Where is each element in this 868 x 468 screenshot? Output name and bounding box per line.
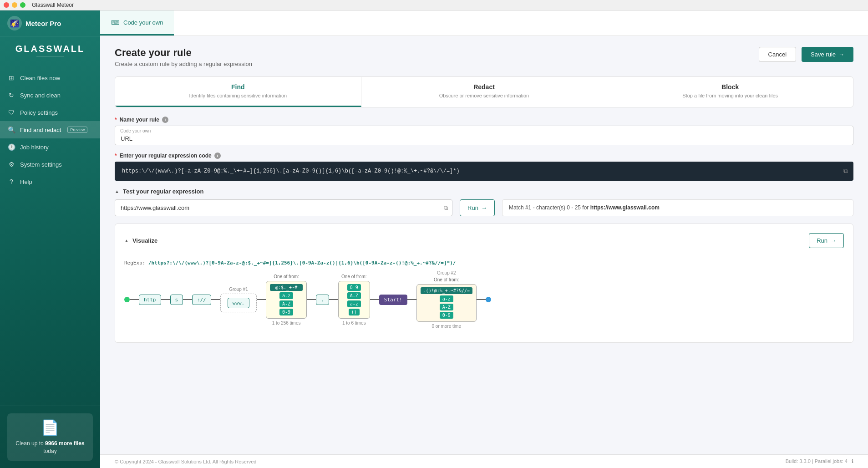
- match-validation: Match #1 - character(s) 0 - 25 for https…: [502, 199, 853, 216]
- footer-text: Clean up to 9966 more files today: [13, 440, 87, 455]
- visualize-collapse-header[interactable]: ▲ Visualize: [124, 237, 157, 244]
- visualize-run-button[interactable]: Run →: [809, 233, 844, 248]
- top-strip: ⌨ Code your own: [100, 10, 868, 36]
- copyright-text: © Copyright 2024 - Glasswall Solutions L…: [115, 459, 256, 464]
- one-of-box2: 0-9 A-Z a-z (): [338, 281, 370, 319]
- app-name: Meteor Pro: [25, 20, 61, 27]
- visualize-section: ▲ Visualize Run → RegExp: /https?:\/\/(w…: [115, 224, 853, 343]
- sidebar-item-policy-settings[interactable]: 🛡 Policy settings: [0, 104, 100, 121]
- sidebar-item-clean-files[interactable]: ⊞ Clean files now: [0, 69, 100, 86]
- name-info-icon[interactable]: i: [162, 117, 168, 123]
- sidebar-item-label: System settings: [20, 161, 62, 168]
- sidebar-item-system-settings[interactable]: ⚙ System settings: [0, 156, 100, 173]
- copy-test-icon[interactable]: ⧉: [444, 204, 448, 212]
- name-rule-section: * Name your rule i Code your own: [115, 117, 853, 145]
- tab-find[interactable]: Find Identify files containing sensitive…: [115, 77, 361, 107]
- visualize-panel: ▲ Visualize Run → RegExp: /https?:\/\/(w…: [115, 224, 853, 343]
- test-input-wrap: ⧉: [115, 199, 452, 216]
- chip2a: 0-9: [347, 284, 361, 291]
- app-logo-icon: 🌠: [7, 16, 22, 31]
- sidebar-item-job-history[interactable]: 🕐 Job history: [0, 138, 100, 156]
- line2: [161, 299, 170, 300]
- brand-name: GLASSWALL: [7, 44, 93, 54]
- name-input-wrapper: Code your own: [115, 126, 853, 145]
- line6: [307, 299, 316, 300]
- sidebar-item-label: Sync and clean: [20, 92, 61, 99]
- tab-code-your-own[interactable]: ⌨ Code your own: [100, 10, 174, 36]
- line3: [183, 299, 192, 300]
- test-section: ▲ Test your regular expression ⧉ Run →: [115, 188, 853, 216]
- match-url: https://www.glasswall.com: [590, 204, 660, 211]
- run-arrow-icon: →: [481, 204, 487, 211]
- footer-bar: © Copyright 2024 - Glasswall Solutions L…: [100, 454, 868, 468]
- sidebar-item-find-redact[interactable]: 🔍 Find and redact Preview: [0, 121, 100, 138]
- regex-section: * Enter your regular expression code i h…: [115, 153, 853, 181]
- sidebar-item-label: Job history: [20, 144, 49, 151]
- start-box: Start!: [379, 295, 407, 305]
- minimize-button[interactable]: [12, 2, 17, 8]
- page-subtitle: Create a custom rule by adding a regular…: [115, 61, 252, 67]
- regexp-label: RegExp: /https?:\/\/(www\.)?[0-9A-Za-z-@…: [124, 260, 844, 266]
- regex-text[interactable]: https:\/\/(www\.)?[-a-zA-Z0-9@:%._\+~#=]…: [122, 167, 835, 175]
- sidebar-item-label: Policy settings: [20, 109, 58, 116]
- end-dot: [486, 297, 491, 302]
- one-of-label1: One of from:: [274, 274, 299, 279]
- group2-label: Group #2: [437, 270, 456, 275]
- copy-regex-icon[interactable]: ⧉: [843, 167, 848, 175]
- line8: [370, 299, 379, 300]
- page-title-area: Create your rule Create a custom rule by…: [115, 47, 252, 67]
- sync-icon: ↻: [7, 91, 15, 99]
- build-info: Build: 3.3.0 | Parallel jobs: 4 ℹ: [786, 458, 853, 464]
- one-of-label3: One of from:: [434, 277, 459, 282]
- required-star-2: *: [115, 153, 117, 159]
- history-icon: 🕐: [7, 143, 15, 151]
- find-tab-desc: Identify files containing sensitive info…: [124, 92, 352, 99]
- chip1d: 0-9: [279, 309, 293, 315]
- block-tab-desc: Stop a file from moving into your clean …: [616, 92, 844, 99]
- dot-box: .: [316, 295, 329, 305]
- sidebar-item-label: Help: [20, 178, 32, 185]
- chip1b: a-z: [279, 292, 293, 299]
- match-text: Match #1 - character(s) 0 - 25 for: [509, 204, 590, 211]
- chip2c: a-z: [347, 300, 361, 307]
- group3-count: 0 or more time: [432, 324, 461, 329]
- save-rule-button[interactable]: Save rule →: [802, 47, 853, 62]
- line7: [329, 299, 338, 300]
- line4: [211, 299, 220, 300]
- regex-label: * Enter your regular expression code i: [115, 153, 853, 159]
- test-header[interactable]: ▲ Test your regular expression: [115, 188, 853, 195]
- page-header: Create your rule Create a custom rule by…: [115, 47, 853, 67]
- name-input[interactable]: [115, 126, 853, 145]
- sidebar-header: 🌠 Meteor Pro: [0, 10, 100, 36]
- info-icon-footer[interactable]: ℹ: [852, 458, 853, 464]
- diagram-flow: http s :// Group #1: [124, 270, 844, 329]
- maximize-button[interactable]: [20, 2, 25, 8]
- regex-info-icon[interactable]: i: [214, 153, 221, 159]
- close-button[interactable]: [4, 2, 9, 8]
- http-box: http: [139, 295, 161, 305]
- regex-input-wrapper: https:\/\/(www\.)?[-a-zA-Z0-9@:%._\+~#=]…: [115, 162, 853, 181]
- save-label: Save rule: [811, 51, 836, 58]
- test-row: ⧉ Run → Match #1 - character(s) 0 - 25 f…: [115, 199, 853, 216]
- test-input[interactable]: [115, 199, 452, 216]
- footer-icon: 📄: [41, 419, 59, 436]
- sidebar-item-help[interactable]: ? Help: [0, 173, 100, 190]
- sidebar-item-label: Find and redact: [20, 127, 61, 133]
- run-test-button[interactable]: Run →: [460, 199, 495, 216]
- tab-icon: ⌨: [111, 19, 120, 26]
- sidebar-item-sync-clean[interactable]: ↻ Sync and clean: [0, 86, 100, 104]
- cancel-button[interactable]: Cancel: [759, 47, 796, 62]
- chip2d: (): [349, 309, 360, 315]
- visualize-run-arrow: →: [830, 237, 836, 244]
- action-tabs: Find Identify files containing sensitive…: [115, 76, 853, 107]
- chip1c: A-Z: [279, 300, 293, 307]
- s-box: s: [170, 295, 183, 305]
- search-icon: 🔍: [7, 126, 15, 134]
- tab-redact[interactable]: Redact Obscure or remove sensitive infor…: [361, 77, 608, 107]
- tab-block[interactable]: Block Stop a file from moving into your …: [607, 77, 853, 107]
- clean-files-icon: ⊞: [7, 74, 15, 82]
- group2-count: 1 to 6 times: [342, 320, 366, 326]
- brand-area: GLASSWALL: [0, 36, 100, 66]
- group1-label: Group #1: [229, 287, 248, 292]
- group1-box: www.: [220, 294, 257, 312]
